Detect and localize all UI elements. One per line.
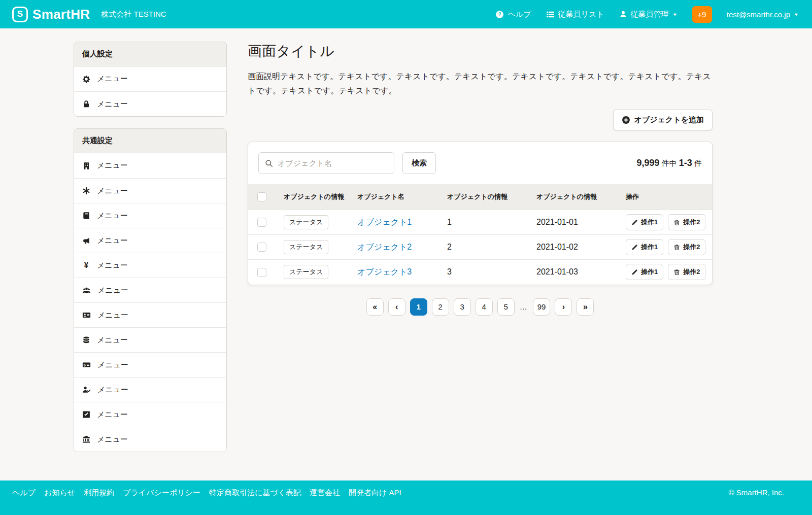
pagination-last-button[interactable]: »: [577, 298, 594, 316]
pagination-first-button[interactable]: «: [366, 298, 384, 316]
sidebar-item[interactable]: メニュー: [74, 178, 226, 203]
object-table: オブジェクトの情報オブジェクト名オブジェクトの情報オブジェクトの情報操作 ステー…: [248, 184, 712, 285]
column-header: オブジェクトの情報: [528, 184, 618, 210]
sidebar-item[interactable]: メニュー: [74, 402, 226, 427]
logo-text: SmartHR: [32, 7, 90, 22]
footer-link[interactable]: 運営会社: [310, 488, 340, 498]
sidebar-item-label: メニュー: [97, 99, 128, 109]
sidebar-item[interactable]: メニュー: [74, 91, 226, 116]
delete-action-label: 操作2: [683, 218, 700, 227]
sidebar-item-label: メニュー: [97, 161, 128, 170]
delete-action-button[interactable]: 操作2: [668, 214, 705, 230]
select-all-checkbox[interactable]: [257, 192, 266, 201]
object-info-cell: 3: [439, 260, 528, 285]
pagination-prev-button[interactable]: ‹: [388, 298, 405, 316]
edit-action-label: 操作1: [641, 267, 658, 277]
yen-icon: ¥: [82, 261, 90, 269]
column-header: オブジェクトの情報: [439, 184, 528, 210]
search-input[interactable]: [278, 159, 388, 167]
footer-link[interactable]: 開発者向け API: [349, 488, 401, 498]
table-body: ステータスオブジェクト112021-01-01操作1操作2ステータスオブジェクト…: [248, 210, 712, 285]
app-header: S SmartHR 株式会社 TESTINC ?ヘルプ従業員リスト従業員管理+9…: [0, 0, 812, 28]
nav-user[interactable]: 従業員管理: [619, 10, 678, 19]
result-count-unit: 件中: [662, 159, 677, 167]
row-checkbox[interactable]: [257, 243, 266, 252]
list-icon: [546, 10, 555, 19]
pagination-page-button[interactable]: 5: [497, 298, 515, 316]
footer-link[interactable]: ヘルプ: [12, 488, 36, 498]
delete-action-button[interactable]: 操作2: [668, 264, 705, 280]
pagination-next-button[interactable]: ›: [555, 298, 572, 316]
account-menu[interactable]: test@smarthr.co.jp: [727, 10, 799, 19]
sidebar-item-label: メニュー: [97, 360, 128, 370]
nav-list[interactable]: 従業員リスト: [546, 10, 604, 19]
sidebar-item[interactable]: ¥メニュー: [74, 253, 226, 278]
sidebar-item[interactable]: メニュー: [74, 66, 226, 91]
column-header: オブジェクト名: [349, 184, 439, 210]
pagination: «‹12345…99›»: [248, 298, 713, 316]
footer-links: ヘルプお知らせ利用規約プライバシーポリシー特定商取引法に基づく表記運営会社開発者…: [12, 488, 401, 498]
row-actions: 操作1操作2: [626, 214, 708, 230]
table-row: ステータスオブジェクト332021-01-03操作1操作2: [248, 260, 712, 285]
smarthr-logo[interactable]: S SmartHR: [12, 7, 90, 22]
result-count-range: 1-3: [679, 158, 692, 168]
footer-link[interactable]: プライバシーポリシー: [123, 488, 200, 498]
pagination-last-page-button[interactable]: 99: [533, 298, 551, 316]
sidebar-item[interactable]: メニュー: [74, 203, 226, 228]
nav-label: 従業員管理: [631, 10, 669, 19]
pencil-icon: [631, 219, 638, 226]
edit-action-button[interactable]: 操作1: [626, 239, 663, 255]
pencil-icon: [631, 269, 638, 276]
sidebar-section-title: 共通設定: [74, 129, 226, 153]
row-checkbox[interactable]: [257, 268, 266, 277]
delete-action-label: 操作2: [683, 267, 700, 277]
pagination-page-button[interactable]: 1: [410, 298, 427, 316]
pagination-page-button[interactable]: 3: [454, 298, 471, 316]
sidebar-item[interactable]: メニュー: [74, 153, 226, 178]
pagination-page-button[interactable]: 2: [432, 298, 449, 316]
footer-link[interactable]: お知らせ: [44, 488, 75, 498]
asterisk-icon: [82, 187, 90, 195]
check-square-icon: [82, 410, 90, 419]
object-link[interactable]: オブジェクト1: [357, 218, 412, 226]
edit-action-button[interactable]: 操作1: [626, 214, 663, 230]
building-icon: [82, 162, 90, 170]
sidebar-item[interactable]: メニュー: [74, 278, 226, 302]
header-nav: ?ヘルプ従業員リスト従業員管理+9test@smarthr.co.jp: [495, 6, 799, 23]
megaphone-icon: [82, 236, 90, 245]
plus-circle-icon: [622, 116, 630, 124]
footer-link[interactable]: 特定商取引法に基づく表記: [209, 488, 301, 498]
sidebar-item[interactable]: メニュー: [74, 228, 226, 253]
sidebar-item[interactable]: $メニュー: [74, 352, 226, 377]
sidebar-item-label: メニュー: [97, 286, 128, 295]
app-footer: ヘルプお知らせ利用規約プライバシーポリシー特定商取引法に基づく表記運営会社開発者…: [0, 480, 812, 515]
sidebar-item-label: メニュー: [97, 211, 128, 221]
footer-link[interactable]: 利用規約: [84, 488, 114, 498]
edit-action-label: 操作1: [641, 218, 658, 227]
sidebar-item[interactable]: メニュー: [74, 427, 226, 452]
object-link[interactable]: オブジェクト2: [357, 243, 412, 251]
add-object-button-label: オブジェクトを追加: [634, 115, 704, 125]
sidebar-item[interactable]: メニュー: [74, 327, 226, 352]
column-header: オブジェクトの情報: [276, 184, 349, 210]
svg-text:$: $: [84, 363, 86, 367]
card-toolbar: 検索 9,999 件中 1-3 件: [248, 142, 712, 184]
sidebar-item[interactable]: メニュー: [74, 302, 226, 327]
status-badge: ステータス: [284, 240, 328, 254]
edit-action-button[interactable]: 操作1: [626, 264, 663, 280]
copyright: © SmartHR, Inc.: [729, 488, 784, 497]
caret-down-icon: [672, 12, 678, 17]
sidebar-item[interactable]: メニュー: [74, 377, 226, 402]
pagination-ellipsis: …: [520, 302, 528, 311]
sidebar-item-label: メニュー: [97, 311, 128, 320]
object-link[interactable]: オブジェクト3: [357, 267, 412, 276]
pagination-page-button[interactable]: 4: [476, 298, 493, 316]
delete-action-button[interactable]: 操作2: [668, 239, 705, 255]
sidebar-item-label: メニュー: [97, 435, 128, 444]
search-button[interactable]: 検索: [402, 152, 436, 174]
add-object-button[interactable]: オブジェクトを追加: [613, 110, 713, 130]
nav-help[interactable]: ?ヘルプ: [495, 10, 531, 19]
notification-badge[interactable]: +9: [692, 6, 712, 23]
row-checkbox[interactable]: [257, 218, 266, 227]
smarthr-logo-icon: S: [12, 7, 28, 22]
